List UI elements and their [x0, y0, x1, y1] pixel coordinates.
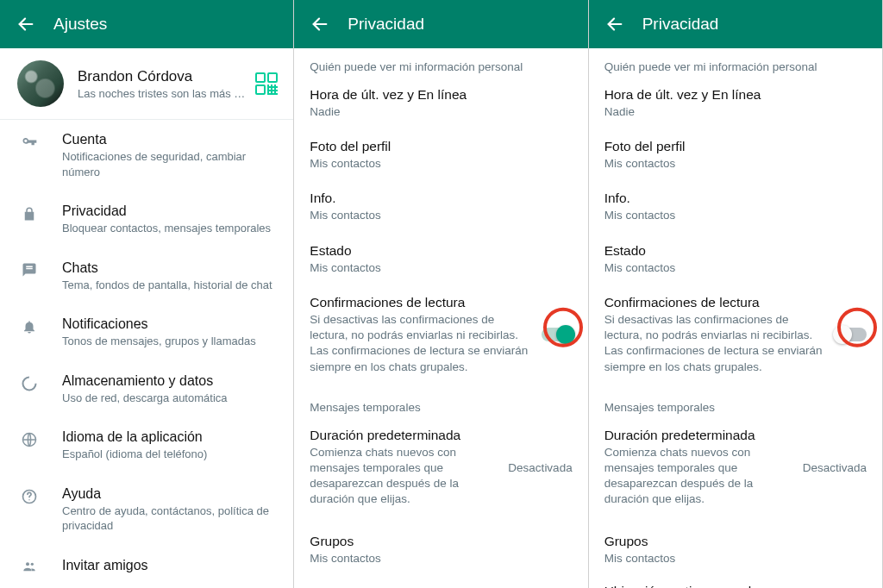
- globe-icon: [17, 431, 41, 448]
- priv-title: Info.: [310, 191, 565, 206]
- chat-icon: [17, 262, 41, 278]
- svg-point-4: [28, 499, 29, 500]
- profile-status: Las noches tristes son las más ap...: [78, 87, 250, 100]
- setting-item-invite[interactable]: Invitar amigos: [0, 546, 293, 573]
- svg-point-6: [31, 563, 34, 566]
- settings-header: Ajustes: [0, 0, 293, 48]
- read-receipts-toggle[interactable]: [836, 328, 867, 341]
- privacy-item-default-duration[interactable]: Duración predeterminada Comienza chats n…: [589, 419, 882, 518]
- setting-desc: Español (idioma del teléfono): [62, 447, 278, 462]
- setting-desc: Tema, fondos de pantalla, historial de c…: [62, 278, 278, 293]
- privacy-item-read-receipts[interactable]: Confirmaciones de lectura Si desactivas …: [589, 286, 882, 385]
- priv-sub: Si desactivas las confirmaciones de lect…: [604, 312, 825, 375]
- priv-sub: Mis contactos: [310, 260, 565, 276]
- priv-title: Duración predeterminada: [604, 428, 792, 443]
- setting-item-help[interactable]: Ayuda Centro de ayuda, contáctanos, polí…: [0, 474, 293, 546]
- priv-title: Foto del perfil: [310, 139, 565, 154]
- bell-icon: [17, 318, 41, 335]
- privacy-item-status[interactable]: Estado Mis contactos: [589, 235, 882, 286]
- privacy-item-groups[interactable]: Grupos Mis contactos: [589, 518, 882, 577]
- svg-point-5: [26, 562, 29, 566]
- privacy-pane-off: Privacidad Quién puede ver mi informació…: [589, 0, 883, 588]
- setting-title: Chats: [62, 260, 278, 276]
- back-button[interactable]: [10, 15, 41, 34]
- lock-icon: [17, 205, 41, 222]
- priv-sub: Comienza chats nuevos con mensajes tempo…: [604, 445, 792, 508]
- priv-sub: Mis contactos: [310, 551, 565, 566]
- setting-title: Invitar amigos: [62, 558, 278, 573]
- back-button[interactable]: [304, 15, 335, 34]
- privacy-item-info[interactable]: Info. Mis contactos: [294, 182, 587, 234]
- privacy-item-status[interactable]: Estado Mis contactos: [294, 235, 587, 286]
- section-caption-personal: Quién puede ver mi información personal: [589, 48, 882, 78]
- priv-sub: Mis contactos: [310, 208, 565, 223]
- priv-sub: Comienza chats nuevos con mensajes tempo…: [310, 445, 498, 508]
- settings-title: Ajustes: [53, 15, 107, 34]
- settings-content: Brandon Córdova Las noches tristes son l…: [0, 48, 293, 588]
- priv-title: Info.: [604, 191, 860, 206]
- read-receipts-toggle[interactable]: [542, 328, 573, 341]
- arrow-left-icon: [16, 15, 35, 34]
- arrow-left-icon: [310, 15, 329, 34]
- section-caption-temp: Mensajes temporales: [589, 385, 882, 419]
- privacy-header: Privacidad: [589, 0, 882, 48]
- setting-item-privacy[interactable]: Privacidad Bloquear contactos, mensajes …: [0, 191, 293, 248]
- setting-item-storage[interactable]: Almacenamiento y datos Uso de red, desca…: [0, 361, 293, 418]
- profile-name: Brandon Córdova: [78, 68, 250, 85]
- priv-title: Hora de últ. vez y En línea: [310, 87, 565, 103]
- data-usage-icon: [17, 375, 41, 392]
- setting-item-notifications[interactable]: Notificaciones Tonos de mensajes, grupos…: [0, 304, 293, 361]
- privacy-item-photo[interactable]: Foto del perfil Mis contactos: [294, 130, 587, 182]
- setting-desc: Notificaciones de seguridad, cambiar núm…: [62, 149, 278, 179]
- setting-item-language[interactable]: Idioma de la aplicación Español (idioma …: [0, 417, 293, 474]
- privacy-item-groups[interactable]: Grupos Mis contactos: [294, 518, 587, 577]
- setting-title: Privacidad: [62, 203, 278, 219]
- privacy-item-realtime-cut: Ubicación en tiempo real: [589, 577, 882, 588]
- privacy-content: Quién puede ver mi información personal …: [294, 48, 587, 588]
- priv-value: Desactivada: [803, 461, 867, 474]
- privacy-item-last-seen[interactable]: Hora de últ. vez y En línea Nadie: [294, 78, 587, 130]
- priv-title: Grupos: [310, 534, 565, 549]
- setting-title: Notificaciones: [62, 316, 278, 332]
- setting-title: Cuenta: [62, 132, 278, 147]
- avatar: [17, 60, 64, 107]
- privacy-item-read-receipts[interactable]: Confirmaciones de lectura Si desactivas …: [294, 286, 587, 385]
- setting-desc: Uso de red, descarga automática: [62, 391, 278, 406]
- priv-sub: Mis contactos: [604, 208, 860, 223]
- qr-code-icon[interactable]: [255, 72, 278, 95]
- priv-title: Foto del perfil: [604, 139, 860, 154]
- priv-sub: Mis contactos: [604, 551, 860, 566]
- priv-sub: Nadie: [310, 104, 565, 120]
- privacy-item-last-seen[interactable]: Hora de últ. vez y En línea Nadie: [589, 78, 882, 130]
- priv-title: Confirmaciones de lectura: [310, 295, 530, 310]
- priv-title: Hora de últ. vez y En línea: [604, 87, 860, 103]
- priv-sub: Si desactivas las confirmaciones de lect…: [310, 312, 530, 375]
- privacy-content: Quién puede ver mi información personal …: [589, 48, 882, 588]
- back-button[interactable]: [599, 15, 630, 34]
- privacy-item-info[interactable]: Info. Mis contactos: [589, 182, 882, 234]
- priv-title: Duración predeterminada: [310, 428, 498, 443]
- priv-title: Estado: [310, 243, 565, 259]
- setting-title: Ayuda: [62, 486, 278, 502]
- priv-sub: Mis contactos: [604, 260, 860, 276]
- help-icon: [17, 488, 41, 505]
- setting-desc: Bloquear contactos, mensajes temporales: [62, 221, 278, 236]
- svg-point-1: [23, 377, 36, 390]
- setting-desc: Centro de ayuda, contáctanos, política d…: [62, 504, 278, 534]
- privacy-item-photo[interactable]: Foto del perfil Mis contactos: [589, 130, 882, 182]
- privacy-title: Privacidad: [348, 15, 424, 34]
- priv-title: Confirmaciones de lectura: [604, 295, 825, 310]
- setting-item-chats[interactable]: Chats Tema, fondos de pantalla, historia…: [0, 248, 293, 305]
- privacy-item-realtime-cut: [294, 577, 587, 584]
- setting-desc: Tonos de mensajes, grupos y llamadas: [62, 334, 278, 349]
- profile-row[interactable]: Brandon Córdova Las noches tristes son l…: [0, 48, 293, 119]
- setting-item-account[interactable]: Cuenta Notificaciones de seguridad, camb…: [0, 120, 293, 191]
- settings-pane: Ajustes Brandon Córdova Las noches trist…: [0, 0, 294, 588]
- priv-title: Grupos: [604, 534, 860, 549]
- priv-sub: Nadie: [604, 104, 860, 120]
- arrow-left-icon: [605, 15, 624, 34]
- privacy-item-default-duration[interactable]: Duración predeterminada Comienza chats n…: [294, 419, 587, 518]
- setting-title: Idioma de la aplicación: [62, 429, 278, 445]
- priv-value: Desactivada: [508, 461, 572, 474]
- priv-sub: Mis contactos: [310, 156, 565, 172]
